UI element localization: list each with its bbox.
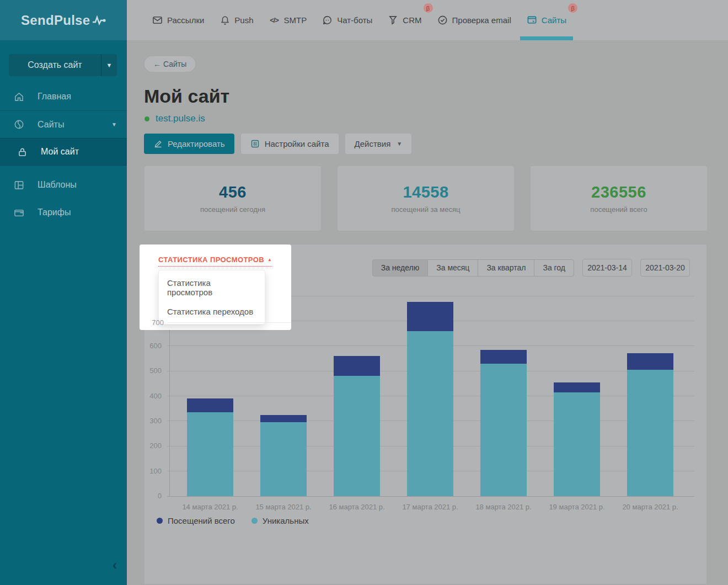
chatbot-icon <box>322 15 333 25</box>
actions-dropdown-button[interactable]: Действия ▼ <box>345 134 412 154</box>
site-settings-button[interactable]: Настройки сайта <box>241 134 339 154</box>
statistics-type-menu: Статистика просмотров Статистика переход… <box>158 270 265 325</box>
range-year-button[interactable]: За год <box>534 259 574 276</box>
bar-6[interactable] <box>554 382 600 496</box>
legend-dot-unique <box>251 518 258 524</box>
stat-label-today: посещений сегодня <box>200 205 265 214</box>
bar-unique-segment[interactable] <box>260 422 307 496</box>
stat-value-total: 236556 <box>591 183 646 201</box>
nav-item-email-verify[interactable]: Проверка email <box>430 0 519 40</box>
legend-dot-total <box>157 518 163 524</box>
sidebar-item-pricing[interactable]: Тарифы <box>0 199 127 226</box>
y-axis-tick-label: 200 <box>149 442 162 450</box>
edit-label: Редактировать <box>168 139 225 148</box>
sidebar-item-sites[interactable]: Сайты ▼ <box>0 110 127 138</box>
sidebar: SendPulse Создать сайт ▼ Главная <box>0 0 127 585</box>
bar-unique-segment[interactable] <box>627 370 673 496</box>
nav-item-chatbots[interactable]: Чат-боты <box>314 0 380 40</box>
range-quarter-button[interactable]: За квартал <box>478 259 534 276</box>
logo-bar: SendPulse <box>0 0 127 40</box>
site-url-row: test.pulse.is <box>144 113 205 124</box>
sidebar-item-main[interactable]: Главная <box>0 83 127 110</box>
bar-unique-segment[interactable] <box>480 364 527 496</box>
crm-icon <box>388 15 398 25</box>
nav-item-crm[interactable]: CRM β <box>380 0 429 40</box>
statistics-type-selector[interactable]: СТАТИСТИКА ПРОСМОТРОВ ▲ <box>158 256 272 267</box>
code-icon: </> <box>269 15 280 25</box>
menu-item-views-statistics[interactable]: Статистика просмотров <box>159 273 265 302</box>
nav-label: Push <box>234 15 253 25</box>
menu-item-clicks-statistics[interactable]: Статистика переходов <box>159 302 265 321</box>
bar-4[interactable] <box>407 302 453 496</box>
stat-label-total: посещений всего <box>590 205 647 214</box>
x-axis-label: 17 марта 2021 р. <box>392 503 469 511</box>
edit-button[interactable]: Редактировать <box>144 134 234 154</box>
sendpulse-logo[interactable]: SendPulse <box>21 13 90 28</box>
range-week-button[interactable]: За неделю <box>372 259 429 276</box>
actions-row: Редактировать Настройки сайта Действия ▼ <box>144 134 411 154</box>
create-site-label: Создать сайт <box>9 60 101 70</box>
site-url-link[interactable]: test.pulse.is <box>156 113 205 124</box>
sidebar-item-templates[interactable]: Шаблоны <box>0 171 127 199</box>
nav-item-push[interactable]: Push <box>212 0 261 40</box>
sidebar-item-label: Сайты <box>38 120 64 130</box>
selector-label: СТАТИСТИКА ПРОСМОТРОВ <box>158 256 264 264</box>
bar-5[interactable] <box>480 350 527 496</box>
sidebar-nav: Главная Сайты ▼ Мой сайт <box>0 83 127 226</box>
bar-unique-segment[interactable] <box>187 412 233 496</box>
x-axis-label: 14 марта 2021 р. <box>172 503 249 511</box>
browser-icon <box>527 15 537 25</box>
legend-item-total[interactable]: Посещений всего <box>157 516 235 525</box>
chart-controls: За неделю За месяц За квартал За год 202… <box>372 259 690 276</box>
bar-3[interactable] <box>334 356 380 496</box>
bar-unique-segment[interactable] <box>407 331 453 496</box>
date-to-input[interactable]: 2021-03-20 <box>640 259 690 276</box>
dropdown-spotlight: СТАТИСТИКА ПРОСМОТРОВ ▲ Статистика просм… <box>140 244 291 330</box>
page-title: Мой сайт <box>144 86 229 107</box>
sidebar-item-my-site[interactable]: Мой сайт <box>0 138 127 166</box>
range-month-button[interactable]: За месяц <box>428 259 478 276</box>
pencil-icon <box>153 139 163 148</box>
wallet-icon <box>13 207 24 218</box>
y-axis-tick-label: 100 <box>149 467 162 475</box>
bar-unique-segment[interactable] <box>554 392 600 496</box>
lock-icon <box>17 146 28 157</box>
stat-value-today: 456 <box>219 183 247 201</box>
x-axis-label: 16 марта 2021 р. <box>318 503 395 511</box>
chevron-down-icon[interactable]: ▼ <box>101 62 117 68</box>
bell-icon <box>220 15 230 25</box>
bar-2[interactable] <box>260 415 307 496</box>
nav-item-mailings[interactable]: Рассылки <box>144 0 212 40</box>
chevron-down-icon[interactable]: ▼ <box>111 121 117 127</box>
nav-item-smtp[interactable]: </> SMTP <box>261 0 315 40</box>
sidebar-item-label: Главная <box>38 92 71 102</box>
nav-label: CRM <box>403 15 421 25</box>
x-axis-label: 20 марта 2021 р. <box>612 503 689 511</box>
template-icon <box>13 179 24 190</box>
bar-unique-segment[interactable] <box>334 376 380 496</box>
sidebar-collapse-button[interactable]: ‹ <box>113 557 117 573</box>
gridline-segment <box>168 322 291 323</box>
nav-label: Сайты <box>542 15 566 25</box>
x-axis-label: 18 марта 2021 р. <box>465 503 542 511</box>
nav-label: Чат-боты <box>337 15 372 25</box>
nav-label: Проверка email <box>452 15 511 25</box>
nav-item-sites[interactable]: Сайты β <box>519 0 574 40</box>
legend-label-unique: Уникальных <box>263 516 309 525</box>
site-settings-label: Настройки сайта <box>265 139 329 148</box>
axis-tick-700: 700 <box>140 318 164 327</box>
create-site-button[interactable]: Создать сайт ▼ <box>9 54 117 76</box>
chart-legend: Посещений всего Уникальных <box>157 516 309 525</box>
x-axis-label: 15 марта 2021 р. <box>245 503 322 511</box>
date-from-input[interactable]: 2021-03-14 <box>582 259 632 276</box>
stats-row: 456 посещений сегодня 14558 посещений за… <box>144 166 707 231</box>
legend-item-unique[interactable]: Уникальных <box>251 516 309 525</box>
stat-label-month: посещений за месяц <box>391 205 460 214</box>
breadcrumb-back-sites[interactable]: ← Сайты <box>144 56 195 72</box>
beta-badge: β <box>568 3 577 13</box>
nav-label: SMTP <box>284 15 307 25</box>
range-button-group: За неделю За месяц За квартал За год <box>372 259 574 276</box>
bar-1[interactable] <box>187 398 233 496</box>
sliders-icon <box>250 139 260 148</box>
bar-7[interactable] <box>627 353 673 496</box>
